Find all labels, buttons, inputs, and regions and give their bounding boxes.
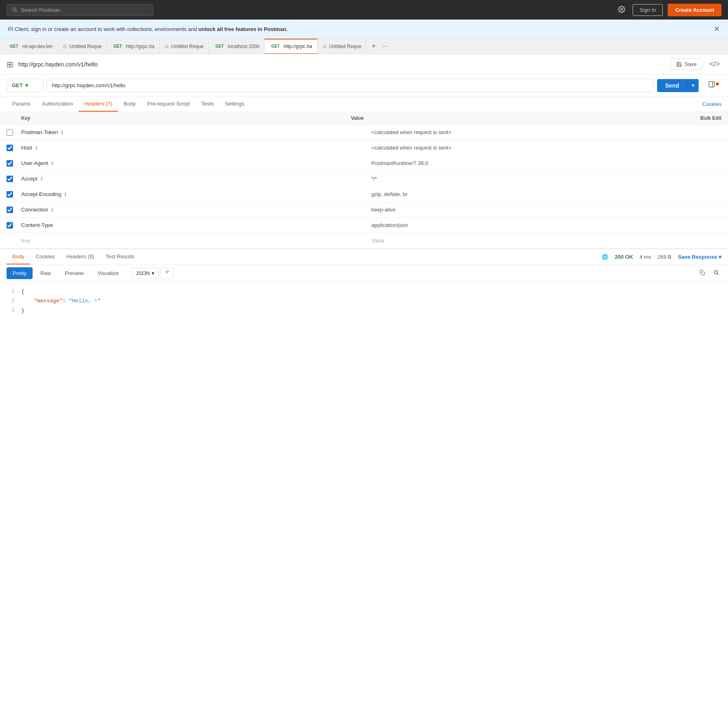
info-banner: PI Client, sign in or create an account … [0,20,728,39]
chevron-down-icon: ▾ [25,82,28,88]
resp-tab-cookies[interactable]: Cookies [30,249,61,264]
tab-body[interactable]: Body [118,97,141,112]
json-line-1: 1 { [7,287,721,296]
key-col: Accept-Encoding ℹ [21,191,371,197]
svg-point-9 [714,271,717,274]
info-icon[interactable]: ℹ [41,176,43,182]
check-col-header [7,115,21,121]
sign-in-button[interactable]: Sign In [633,4,663,16]
save-button[interactable]: Save [670,58,703,70]
save-response-button[interactable]: Save Response ▾ [678,254,721,260]
tab-untitled-1[interactable]: ⊙ Untitled Reque [58,39,107,54]
tab-settings[interactable]: Settings [219,97,250,112]
info-icon[interactable]: ℹ [35,145,38,151]
tab-untitled-3[interactable]: ⊙ Untitled Reque [318,39,366,54]
tab-authorization[interactable]: Authorization [36,97,79,112]
check-col [7,129,21,136]
key-text: Host [21,145,32,151]
filter-button[interactable] [161,267,174,279]
tab-localhost[interactable]: GET localhost:1000 [209,39,265,54]
method-badge: GET [112,44,124,49]
header-row-accept: Accept ℹ */* [0,171,728,187]
tab-ml-api[interactable]: GET ml-api-dev.len [3,39,58,54]
cookies-link[interactable]: Cookies [702,101,721,107]
line-number: 1 [7,287,15,296]
resp-body-tab-raw[interactable]: Raw [34,267,57,279]
copy-button[interactable] [697,268,708,278]
response-section: Body Cookies Headers (8) Test Results 🌐 … [0,249,728,320]
info-icon[interactable]: ℹ [61,130,63,135]
value-text: gzip, deflate, br [371,191,408,197]
value-placeholder: Value [371,238,384,244]
more-tabs-button[interactable]: ··· [379,41,391,52]
response-size: 269 B [657,254,671,260]
svg-line-1 [15,11,17,12]
search-box[interactable]: Search Postman [7,4,153,16]
method-select[interactable]: GET ▾ [7,79,43,92]
resp-body-tab-pretty[interactable]: Pretty [7,267,33,279]
key-text: Accept-Encoding [21,191,61,197]
row-checkbox[interactable] [7,191,13,198]
tab-grpc-active[interactable]: GET http://grpc.ha [265,39,318,54]
banner-text: PI Client, sign in or create an account … [8,26,288,32]
tab-headers[interactable]: Headers (7) [79,97,118,112]
row-checkbox[interactable] [7,176,13,182]
svg-point-2 [621,8,623,10]
row-checkbox[interactable] [7,222,13,229]
resp-body-tab-visualize[interactable]: Visualize [91,267,125,279]
gear-icon [618,6,625,13]
row-checkbox[interactable] [7,207,13,213]
value-col: */* [371,176,721,182]
create-account-button[interactable]: Create Account [668,4,721,16]
tab-pre-request[interactable]: Pre-request Script [141,97,196,112]
value-text: PostmanRuntime/7.36.0 [371,160,428,166]
settings-button[interactable] [615,3,628,17]
resp-tab-headers[interactable]: Headers (8) [61,249,100,264]
check-col [7,207,21,213]
url-input[interactable] [46,79,654,92]
svg-point-0 [13,8,16,11]
tab-icon: ⊙ [322,44,326,49]
banner-close-button[interactable]: ✕ [714,24,720,33]
tab-tests[interactable]: Tests [196,97,219,112]
bulk-edit-header[interactable]: Bulk Edit [681,115,721,121]
send-button[interactable]: Send [657,79,687,92]
value-text: keep-alive [371,207,395,213]
value-col: <calculated when request is sent> [371,145,721,151]
info-icon[interactable]: ℹ [51,207,53,213]
row-checkbox[interactable] [7,145,13,151]
response-body-tabs: Pretty Raw Preview Visualize JSON ▾ [0,265,728,282]
json-content: { [21,287,24,296]
tab-params[interactable]: Params [7,97,36,112]
resp-tab-test-results[interactable]: Test Results [100,249,140,264]
tab-label: Untitled Reque [69,44,101,49]
method-badge: GET [214,44,225,49]
info-icon[interactable]: ℹ [64,192,66,197]
json-line-3: 3 } [7,306,721,315]
url-bar: GET ▾ Send ▾ [0,75,728,97]
tab-grpc-1[interactable]: GET http://grpc.ha [107,39,160,54]
format-select[interactable]: JSON ▾ [131,268,159,279]
key-text: Connection [21,207,48,213]
request-header-right: Save </> [670,58,721,70]
resp-body-right [697,268,721,278]
key-text: User-Agent [21,160,48,166]
tab-untitled-2[interactable]: ⊙ Untitled Reque [160,39,209,54]
new-tab-button[interactable]: + [368,40,379,52]
row-checkbox[interactable] [7,160,13,167]
row-checkbox[interactable] [7,129,13,136]
code-button[interactable]: </> [708,58,721,70]
resp-tab-body[interactable]: Body [7,249,30,264]
json-line-2: 2 "message": "Hello, !" [7,296,721,306]
sidebar-toggle-button[interactable] [708,81,715,90]
headers-table-header: Key Value Bulk Edit [0,112,728,125]
top-bar: Search Postman Sign In Create Account [0,0,728,20]
info-icon[interactable]: ℹ [51,161,53,166]
search-in-response-button[interactable] [711,268,721,278]
resp-body-tab-preview[interactable]: Preview [59,267,90,279]
req-tabs-right: Cookies [702,101,721,107]
send-dropdown-button[interactable]: ▾ [687,79,699,92]
header-row-postman-token: Postman-Token ℹ <calculated when request… [0,125,728,140]
value-col: keep-alive [371,207,721,213]
tab-icon: ⊙ [63,44,67,49]
